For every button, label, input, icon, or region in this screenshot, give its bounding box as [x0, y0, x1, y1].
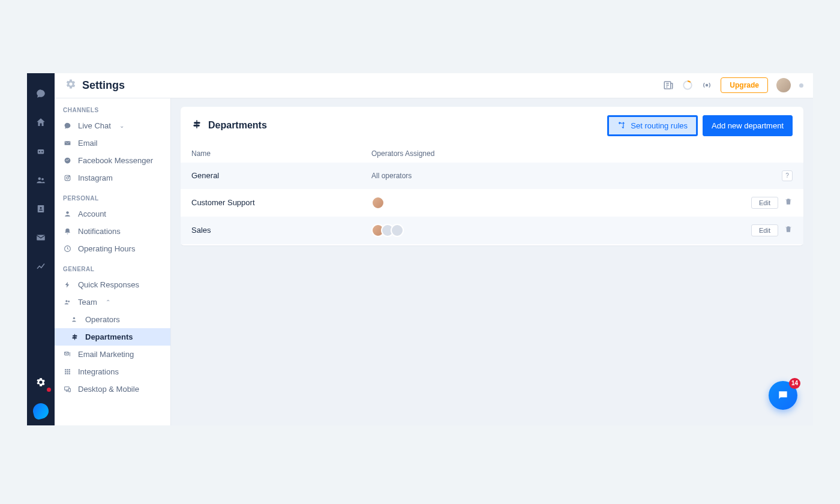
mail-list-icon	[63, 350, 72, 358]
help-icon[interactable]: ?	[782, 170, 793, 181]
svg-rect-26	[67, 371, 68, 372]
table-row[interactable]: Sales Edit	[181, 217, 803, 244]
rail-analytics-icon[interactable]	[27, 252, 55, 281]
table-header: Name Operators Assigned	[181, 145, 803, 163]
sidebar-item-label: Desktop & Mobile	[78, 385, 139, 394]
chat-fab[interactable]: 14	[769, 381, 797, 410]
rail-bot-icon[interactable]	[27, 137, 55, 166]
sidebar-item-messenger[interactable]: Facebook Messenger	[55, 152, 170, 169]
table-row[interactable]: General All operators ?	[181, 163, 803, 189]
operator-icon	[70, 316, 79, 323]
broadcast-icon[interactable]	[701, 80, 712, 91]
main-content: Departments Set routing rules Add new de…	[171, 73, 813, 425]
messenger-icon	[63, 157, 72, 164]
svg-rect-11	[65, 141, 71, 145]
sidebar-item-team[interactable]: Team ⌃	[55, 293, 170, 311]
svg-rect-10	[37, 235, 45, 240]
edit-button[interactable]: Edit	[751, 224, 778, 236]
column-name: Name	[191, 149, 371, 158]
avatar[interactable]	[776, 78, 791, 92]
svg-point-6	[38, 177, 41, 180]
route-icon	[617, 121, 626, 131]
svg-point-5	[41, 151, 43, 152]
instagram-icon	[63, 174, 72, 182]
row-name: General	[191, 171, 371, 180]
trash-icon[interactable]	[784, 225, 793, 235]
sidebar-item-livechat[interactable]: Live Chat ⌄	[55, 117, 170, 134]
sidebar-item-label: Operating Hours	[78, 244, 135, 253]
clock-icon	[63, 245, 72, 253]
sidebar-item-email[interactable]: Email	[55, 134, 170, 152]
sidebar-item-quick[interactable]: Quick Responses	[55, 276, 170, 293]
loader-icon[interactable]	[682, 80, 693, 91]
svg-point-7	[41, 178, 44, 180]
rail-mail-icon[interactable]	[27, 223, 55, 252]
table-row[interactable]: Customer Support Edit	[181, 189, 803, 217]
chat-bubble-icon	[63, 122, 72, 130]
bell-icon	[63, 227, 72, 235]
sidebar-item-label: Instagram	[78, 173, 113, 182]
sidebar-item-desktop-mobile[interactable]: Desktop & Mobile	[55, 380, 170, 398]
sidebar-item-email-marketing[interactable]: Email Marketing	[55, 346, 170, 363]
sidebar-item-label: Email	[78, 139, 98, 148]
panel-header: Departments Set routing rules Add new de…	[181, 107, 803, 145]
edit-button[interactable]: Edit	[751, 197, 778, 209]
svg-rect-25	[65, 371, 66, 372]
trash-icon[interactable]	[784, 197, 793, 208]
devices-icon	[63, 385, 72, 393]
people-icon	[63, 298, 72, 306]
sidebar-item-label: Account	[78, 209, 106, 218]
section-channels-title: CHANNELS	[55, 98, 170, 117]
chevron-down-icon: ⌄	[119, 122, 124, 129]
sidebar-item-notifications[interactable]: Notifications	[55, 223, 170, 240]
topbar: Settings Upgrade	[55, 73, 813, 98]
rail-settings-icon[interactable]	[27, 368, 55, 397]
row-operators	[371, 196, 721, 209]
svg-rect-24	[69, 369, 70, 370]
panel-title: Departments	[191, 119, 267, 132]
fab-badge: 14	[789, 378, 800, 389]
sidebar-item-integrations[interactable]: Integrations	[55, 363, 170, 380]
sidebar-item-account[interactable]: Account	[55, 205, 170, 223]
add-department-button[interactable]: Add new department	[703, 115, 793, 136]
rail-contacts-icon[interactable]	[27, 194, 55, 223]
sidebar-item-label: Facebook Messenger	[78, 156, 153, 165]
svg-rect-23	[67, 369, 68, 370]
upgrade-button[interactable]: Upgrade	[721, 77, 768, 93]
page-title: Settings	[65, 79, 125, 92]
sidebar-item-label: Operators	[85, 315, 120, 324]
sidebar-item-label: Live Chat	[78, 121, 111, 130]
envelope-icon	[63, 139, 72, 147]
signpost-icon	[191, 119, 202, 132]
chevron-up-icon: ⌃	[106, 299, 110, 305]
status-dot	[799, 83, 803, 88]
lightning-icon	[63, 281, 72, 289]
panel-title-text: Departments	[208, 120, 267, 131]
gear-icon	[65, 79, 76, 92]
set-routing-rules-button[interactable]: Set routing rules	[607, 115, 698, 136]
column-operators: Operators Assigned	[371, 149, 721, 158]
row-operators	[371, 224, 721, 237]
news-icon[interactable]	[663, 80, 674, 91]
sidebar-item-label: Email Marketing	[78, 350, 134, 359]
svg-rect-30	[69, 373, 70, 374]
sidebar-item-label: Departments	[85, 332, 133, 341]
sidebar-item-instagram[interactable]: Instagram	[55, 169, 170, 187]
sidebar-item-hours[interactable]: Operating Hours	[55, 240, 170, 257]
operator-avatar-icon	[371, 196, 385, 209]
sidebar-item-departments[interactable]: Departments	[55, 328, 170, 346]
svg-rect-27	[69, 371, 70, 372]
svg-rect-22	[65, 369, 66, 370]
rail-people-icon[interactable]	[27, 166, 55, 194]
rail-home-icon[interactable]	[27, 108, 55, 137]
section-general-title: GENERAL	[55, 257, 170, 276]
row-name: Customer Support	[191, 198, 371, 207]
app-window: Settings Upgrade	[27, 73, 813, 425]
rail-chat-icon[interactable]	[27, 79, 55, 108]
sidebar-item-label: Quick Responses	[78, 280, 139, 289]
grid-icon	[63, 368, 72, 376]
sidebar-item-operators[interactable]: Operators	[55, 311, 170, 328]
row-operators: All operators	[371, 172, 721, 180]
rail-logo-icon[interactable]	[27, 397, 55, 425]
svg-rect-29	[67, 373, 68, 374]
